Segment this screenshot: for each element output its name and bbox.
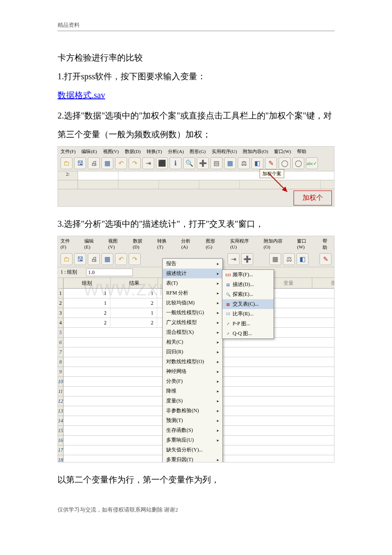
col-header-group[interactable]: 组别 [63,278,111,288]
undo-icon[interactable]: ↶ [115,157,127,169]
insert-case-icon[interactable]: ➕ [241,253,253,265]
menu-transform[interactable]: 转换(T) [147,148,162,155]
select-cases-icon[interactable]: ◧ [251,157,263,169]
weight-cases-icon[interactable]: ⚖ [283,253,295,265]
menu-item[interactable]: 预测(T) [163,416,222,425]
menu-graphs[interactable]: 图形(G) [206,238,221,251]
row-header[interactable]: 12 [58,396,63,406]
menu-item[interactable]: 表(T) [163,278,222,288]
menu-utilities[interactable]: 实用程序(U) [212,148,237,155]
menu-item[interactable]: 混合模型(X) [163,327,222,337]
dialog-recall-icon[interactable]: ▦ [101,253,113,265]
menu-item[interactable]: 比较均值(M) [163,298,222,308]
submenu-item[interactable]: ↗P-P 图... [222,319,274,329]
cell[interactable]: 2 [110,318,157,327]
menu-item[interactable]: 描述统计 [163,269,222,278]
menu-item[interactable]: RFM 分析 [163,288,222,298]
print-icon[interactable]: 🖨 [88,253,100,265]
undo-icon[interactable]: ↶ [115,253,127,265]
value-labels-icon[interactable]: ✎ [265,157,277,169]
menu-edit[interactable]: 编辑(E) [81,148,97,155]
submenu-item[interactable]: ▤描述(D)... [222,280,274,289]
menu-analyze[interactable]: 分析(A) [181,238,196,251]
menu-data[interactable]: 数据(D) [133,238,148,251]
cell[interactable]: 2 [63,308,110,318]
row-header[interactable]: 18 [58,455,63,462]
menu-file[interactable]: 文件(F) [61,238,75,251]
submenu-item[interactable]: 🔍探索(E)... [222,289,274,299]
menu-item[interactable]: 报告 [163,259,222,269]
variables-icon[interactable]: ℹ [170,157,182,169]
menu-window[interactable]: 窗口(W) [274,148,291,155]
menu-utilities[interactable]: 实用程序(U) [230,238,254,251]
menu-item[interactable]: 度量(S) [163,396,222,406]
menu-item[interactable]: 分类(F) [163,376,222,386]
menu-view[interactable]: 视图(V) [103,148,119,155]
split-file-icon[interactable]: ▦ [269,253,281,265]
descriptives-submenu[interactable]: 123频率(F)...▤描述(D)...🔍探索(E)...▦交叉表(C)...1… [222,269,274,339]
redo-icon[interactable]: ↷ [129,157,141,169]
save-icon[interactable]: 🖫 [74,253,86,265]
menu-item[interactable]: 回归(R) [163,347,222,357]
menu-edit[interactable]: 编辑(E) [84,238,99,251]
menu-item[interactable]: 一般线性模型(G) [163,308,222,318]
row-header[interactable]: 6 [58,338,63,347]
menu-transform[interactable]: 转换(T) [157,238,172,251]
menu-item[interactable]: 缺失值分析(Y)... [163,445,222,455]
open-icon[interactable]: 🗀 [61,157,72,169]
row-header[interactable]: 16 [58,436,63,445]
row-header[interactable]: 5 [58,328,63,338]
redo-icon[interactable]: ↷ [129,253,141,265]
menu-addons[interactable]: 附加内容(O) [243,148,268,155]
dialog-recall-icon[interactable]: ▦ [101,157,113,169]
insert-var-icon[interactable]: ▤ [210,157,222,169]
row-header[interactable]: 1 [58,289,63,298]
menu-view[interactable]: 视图(V) [108,238,124,251]
menu-item[interactable]: 神经网络 [163,367,222,376]
cell[interactable]: 2 [110,298,157,308]
row-header[interactable]: 8 [58,357,63,367]
menu-help[interactable]: 帮助 [297,148,306,155]
menu-item[interactable]: 生存函数(S) [163,425,222,435]
open-icon[interactable]: 🗀 [61,253,72,265]
menu-data[interactable]: 数据(D) [125,148,141,155]
menu-addons[interactable]: 附加内容(O) [264,238,288,251]
cell[interactable]: 1 [63,298,110,308]
menu-graphs[interactable]: 图形(G) [190,148,205,155]
row-header[interactable]: 7 [58,347,63,357]
split-file-icon[interactable]: ▦ [224,157,236,169]
spellcheck-icon[interactable]: abc✓ [306,157,318,169]
menu-item[interactable]: 广义线性模型 [163,318,222,327]
cell[interactable]: 1 [110,308,157,318]
menu-file[interactable]: 文件(F) [61,148,75,155]
use-sets-icon[interactable]: ◯ [279,157,291,169]
submenu-item[interactable]: 1/2比率(R)... [222,309,274,319]
menu-item[interactable]: 非参数检验(N) [163,406,222,416]
menu-help[interactable]: 帮助 [323,238,331,251]
cell[interactable]: 1 [63,289,110,298]
menu-item[interactable]: 相关(C) [163,337,222,347]
save-icon[interactable]: 🖫 [74,157,86,169]
menu-item[interactable]: 降维 [163,386,222,396]
print-icon[interactable]: 🖨 [88,157,100,169]
row-header[interactable]: 14 [58,416,63,426]
row-header[interactable]: 17 [58,445,63,455]
row-header[interactable]: 4 [58,318,63,328]
menu-item[interactable]: 对数线性模型(O) [163,357,222,367]
select-cases-icon[interactable]: ◧ [297,253,308,265]
menu-item[interactable]: 多重归因(T) [163,455,222,462]
row-header[interactable]: 10 [58,377,63,387]
row-header[interactable]: 2 [58,298,63,308]
row-header[interactable]: 13 [58,406,63,416]
goto-case-icon[interactable]: ⇥ [228,253,239,265]
row-header[interactable]: 15 [58,426,63,436]
menu-analyze[interactable]: 分析(A) [168,148,184,155]
weight-cases-icon[interactable]: ⚖ [238,157,250,169]
data-file-link[interactable]: 数据格式.sav [58,86,105,104]
submenu-item[interactable]: ↗Q-Q 图... [222,329,274,338]
submenu-item[interactable]: ▦交叉表(C)... [222,299,274,309]
value-labels-icon[interactable]: ✎ [320,253,331,265]
goto-case-icon[interactable]: ⇥ [142,157,154,169]
row-header[interactable]: 11 [58,387,63,396]
submenu-item[interactable]: 123频率(F)... [222,270,274,280]
